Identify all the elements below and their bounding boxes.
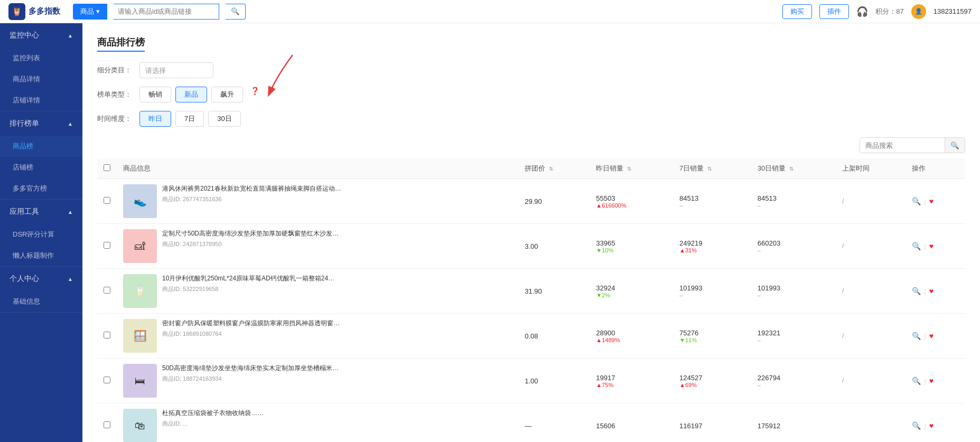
table-body: 👟 港风休闲裤男2021春秋新款宽松直筒满腿裤抽绳束脚自搭运动… 商品ID: 2… [97,179,965,443]
sidebar-item-tools[interactable]: 应用工具 ▲ [0,200,82,224]
ops-separator: | [924,242,926,250]
product-thumbnail: 🛋 [123,229,157,263]
search-op-icon[interactable]: 🔍 [912,242,921,250]
search-icon-small: 🔍 [950,142,959,149]
logo-area: 🦉 多多指数 [8,3,60,20]
product-search-input[interactable] [860,138,945,153]
ops-separator: | [924,198,926,205]
sidebar-item-lazy-title[interactable]: 懒人标题制作 [0,245,82,266]
col-30day-sales: 30日销量 ⇅ [751,158,836,179]
yesterday-sales-change: ▲1489% [596,337,667,343]
heart-op-icon[interactable]: ♥ [929,197,934,205]
7day-sales-cell: 249219▲31% [673,224,751,269]
sort-icon-yesterday[interactable]: ⇅ [627,166,631,172]
sidebar-item-official-rank[interactable]: 多多官方榜 [0,178,82,199]
sidebar-item-shop-detail[interactable]: 店铺详情 [0,90,82,111]
category-label: 细分类目： [97,65,139,75]
30day-sales-num: 175912 [758,422,829,430]
row-checkbox-cell [97,359,117,403]
30day-sales-change: – [758,337,829,343]
product-search-button[interactable]: 🔍 [945,138,965,153]
col-ops: 操作 [906,158,965,179]
listtype-btn-new[interactable]: 新品 [175,87,207,102]
time-btn-30day[interactable]: 30日 [208,111,240,127]
search-icon: 🔍 [231,7,240,15]
row-checkbox[interactable] [104,421,110,428]
header-search-input[interactable] [114,4,219,20]
7day-sales-num: 84513 [679,194,745,202]
header-search-button[interactable]: 🔍 [226,4,246,20]
price-cell: 0.08 [518,314,590,359]
row-checkbox[interactable] [104,377,110,383]
product-cell: 🛍 杜拓真空压缩袋被子衣物收纳袋…… 商品ID: ... [123,409,512,442]
col-list-time: 上架时间 [836,158,906,179]
header: 🦉 多多指数 商品 ▾ 🔍 购买 插件 🎧 积分：87 👤 1382311597 [0,0,980,23]
search-op-icon[interactable]: 🔍 [912,377,921,385]
sort-icon-price[interactable]: ⇅ [549,166,553,172]
sort-icon-7day[interactable]: ⇅ [707,166,712,172]
sidebar-item-dsr[interactable]: DSR评分计算 [0,224,82,245]
sidebar-item-product-rank[interactable]: 商品榜 [0,136,82,157]
col-checkbox [97,158,117,179]
heart-op-icon[interactable]: ♥ [929,242,934,250]
search-op-icon[interactable]: 🔍 [912,332,921,340]
time-btn-group: 昨日 7日 30日 [139,111,241,127]
7day-sales-num: 124527 [679,374,745,382]
product-thumbnail: 🥛 [123,274,157,308]
help-icon[interactable]: ❓ [250,87,259,102]
select-all-checkbox[interactable] [104,164,110,171]
sidebar-item-ranking[interactable]: 排行榜单 ▲ [0,111,82,136]
chevron-up-icon-tools: ▲ [68,209,73,215]
heart-op-icon[interactable]: ♥ [929,377,934,385]
sidebar-item-basic-info[interactable]: 基础信息 [0,291,82,312]
yesterday-sales-cell: 15606 [590,403,673,443]
row-checkbox[interactable] [104,197,110,204]
product-dropdown-button[interactable]: 商品 ▾ [73,4,107,20]
sidebar-item-product-detail[interactable]: 商品详情 [0,69,82,90]
yesterday-sales-num: 55503 [596,194,667,202]
main: 商品排行榜 细分类目： 请选择 榜单类型： 畅销 新品 飙升 ❓ [82,23,980,442]
product-cell: 🛋 定制尺寸50D高密度海绵沙发垫床垫加厚加硬飘窗垫红木沙发… 商品ID: 24… [123,229,512,263]
sidebar-item-personal[interactable]: 个人中心 ▲ [0,267,82,291]
filter-listtype-row: 榜单类型： 畅销 新品 飙升 ❓ [97,87,965,102]
product-info: 50D高密度海绵垫沙发坐垫海绵床垫实木定制加厚坐垫槽榻米… 商品ID: 1887… [162,364,512,383]
buy-button[interactable]: 购买 [782,4,812,19]
ops-separator: | [924,287,926,295]
product-thumbnail: 🪟 [123,319,157,353]
yesterday-sales-cell: 55503▲616600% [590,179,673,224]
7day-sales-cell: 75276▼11% [673,314,751,359]
listtype-btn-rising[interactable]: 飙升 [211,87,243,102]
heart-op-icon[interactable]: ♥ [929,421,934,430]
sidebar-item-monitor-center[interactable]: 监控中心 ▲ [0,23,82,48]
row-checkbox[interactable] [104,287,110,294]
sidebar-section-ranking: 排行榜单 ▲ 商品榜 店铺榜 多多官方榜 [0,111,82,200]
heart-op-icon[interactable]: ♥ [929,332,934,340]
search-op-icon[interactable]: 🔍 [912,197,921,205]
product-name: 50D高密度海绵垫沙发坐垫海绵床垫实木定制加厚坐垫槽榻米… [162,364,512,373]
search-op-icon[interactable]: 🔍 [912,287,921,295]
product-id: 商品ID: 242871378950 [162,240,512,248]
plugin-button[interactable]: 插件 [819,4,849,19]
ops-cell: 🔍 | ♥ [906,403,965,443]
30day-sales-cell: 101993– [751,269,836,314]
listtype-btn-popular[interactable]: 畅销 [139,87,171,102]
sort-icon-30day[interactable]: ⇅ [789,166,794,172]
time-btn-7day[interactable]: 7日 [175,111,204,127]
price-cell: 31.90 [518,269,590,314]
sidebar: 监控中心 ▲ 监控列表 商品详情 店铺详情 排行榜单 ▲ 商品榜 店铺榜 [0,23,82,442]
time-btn-yesterday[interactable]: 昨日 [139,111,171,127]
product-info-cell: 🛋 定制尺寸50D高密度海绵沙发垫床垫加厚加硬飘窗垫红木沙发… 商品ID: 24… [117,224,518,269]
sidebar-item-monitor-list[interactable]: 监控列表 [0,48,82,69]
time-label: 时间维度： [97,114,139,124]
row-checkbox-cell [97,224,117,269]
row-checkbox[interactable] [104,332,110,338]
7day-sales-change: – [679,202,745,209]
col-product-info: 商品信息 [117,158,518,179]
ops-group: 🔍 | ♥ [912,242,959,250]
search-op-icon[interactable]: 🔍 [912,421,921,430]
row-checkbox[interactable] [104,242,110,249]
category-select[interactable]: 请选择 [139,62,213,78]
row-checkbox-cell [97,314,117,359]
sidebar-item-shop-rank[interactable]: 店铺榜 [0,157,82,178]
heart-op-icon[interactable]: ♥ [929,287,934,295]
